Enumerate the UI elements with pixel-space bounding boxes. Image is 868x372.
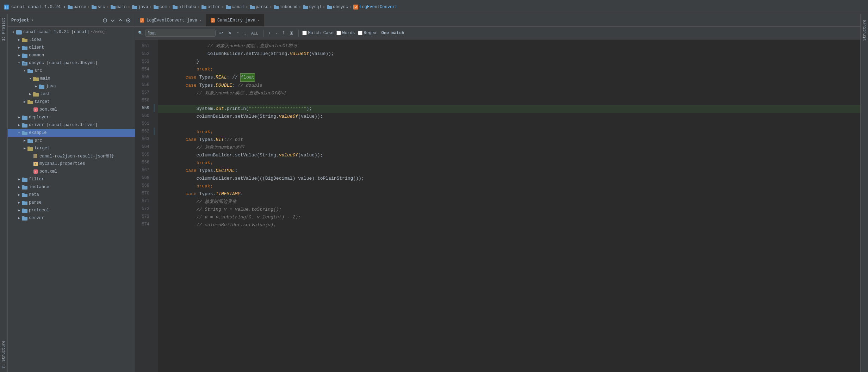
search-input[interactable] [148, 31, 190, 36]
tree-item-server[interactable]: ▶ server [8, 214, 135, 222]
tree-item-example[interactable]: ▾ example [8, 129, 135, 137]
search-add-btn[interactable]: + [267, 30, 273, 36]
code-gutter [153, 39, 158, 372]
code-line-557: // 对象为number类型，直接valueOf即可 [158, 89, 860, 97]
search-match-count: One match [382, 31, 404, 36]
code-line-565: columnBuilder.setValue(String.valueOf(va… [158, 151, 860, 159]
project-panel-header: Project ▾ [8, 14, 135, 27]
search-regex-filter-btn[interactable]: ⊺ [281, 30, 286, 36]
locate-file-btn[interactable] [102, 17, 108, 24]
line-num-573: 573 [135, 213, 153, 221]
gutter-552 [153, 50, 158, 58]
tree-item-example-pom[interactable]: m pom.xml [8, 168, 135, 175]
tree-label-example-file1: canal-row2json-result-json带转 [39, 153, 114, 159]
tree-item-common[interactable]: ▶ common [8, 51, 135, 59]
structure-tab-left[interactable]: 7: Structure [0, 337, 7, 372]
tree-label-example: example [29, 130, 46, 135]
tree-item-dbsync-src[interactable]: ▾ src [8, 67, 135, 75]
regex-checkbox[interactable] [358, 31, 362, 35]
tree-item-dbsync-target[interactable]: ▶ target [8, 98, 135, 106]
tree-item-deployer[interactable]: ▶ deployer [8, 113, 135, 121]
title-bar: IJ canal-canal-1.0.24 ▸ parse ▸ src ▸ ma… [0, 0, 868, 14]
expand-all-btn[interactable] [110, 17, 116, 24]
code-line-556: case Types.DOUBLE: // double [158, 82, 860, 89]
tree-label-filter: filter [29, 177, 44, 182]
svg-rect-9 [23, 63, 26, 64]
regex-option[interactable]: Regex [358, 31, 377, 36]
tab-logEventConvert-close[interactable]: ✕ [199, 18, 202, 23]
java-file-icon: J [353, 5, 358, 10]
gutter-574 [153, 221, 158, 228]
gutter-572 [153, 205, 158, 213]
tree-item-example-src[interactable]: ▶ src [8, 137, 135, 144]
tree-arrow-deployer: ▶ [16, 115, 22, 119]
tree-label-dbsync-java: java [46, 84, 56, 89]
search-all-btn[interactable]: ALL [250, 30, 260, 36]
search-filter-btn[interactable]: ⊞ [288, 30, 295, 36]
structure-tab-label[interactable]: Structure [861, 17, 868, 43]
search-clear-btn[interactable]: ✕ [227, 30, 233, 36]
project-tree: ▾ canal-canal-1.0.24 [canal] ~/MYSQL ▶ .… [8, 27, 135, 372]
gutter-560 [153, 112, 158, 120]
search-sub-btn[interactable]: - [274, 30, 279, 36]
tree-item-protocol[interactable]: ▶ protocol [8, 206, 135, 214]
tree-item-dbsync-pom[interactable]: m pom.xml [8, 106, 135, 113]
tab-canalEntry-close[interactable]: ✕ [258, 18, 260, 23]
collapse-all-btn[interactable] [117, 17, 124, 24]
tab-logEventConvert-label: LogEventConvert.java [147, 18, 197, 23]
words-checkbox[interactable] [336, 31, 341, 35]
code-editor: 551 552 553 554 555 556 557 558 559 560 … [135, 39, 860, 372]
tree-item-client[interactable]: ▶ client [8, 44, 135, 51]
line-num-553: 553 [135, 58, 153, 66]
code-line-551: // 对象为number类型，直接valueOf即可 [158, 42, 860, 50]
tree-item-idea[interactable]: ▶ .idea [8, 36, 135, 44]
tree-item-instance[interactable]: ▶ instance [8, 183, 135, 191]
tree-item-meta[interactable]: ▶ meta [8, 191, 135, 199]
gutter-551 [153, 42, 158, 50]
gutter-562 [154, 128, 155, 135]
tree-arrow-server: ▶ [16, 216, 22, 220]
tree-item-filter[interactable]: ▶ filter [8, 175, 135, 183]
tree-item-root[interactable]: ▾ canal-canal-1.0.24 [canal] ~/MYSQL [8, 28, 135, 36]
tree-item-example-prop[interactable]: P myCanal.properties [8, 160, 135, 168]
search-down-btn[interactable]: ↓ [243, 30, 248, 36]
project-tab[interactable]: 1: Project [0, 14, 7, 44]
search-prev-btn[interactable]: ↩ [218, 30, 224, 36]
gutter-571 [153, 197, 158, 205]
tree-label-example-src: src [35, 138, 42, 143]
svg-text:J: J [141, 19, 143, 22]
breadcrumb-parse[interactable]: parse [68, 5, 86, 10]
tree-item-dbsync[interactable]: ▾ dbsync [canal.parse.dbsync] [8, 59, 135, 67]
tab-canalEntry[interactable]: J CanalEntry.java ✕ [206, 14, 264, 26]
tree-item-example-file1[interactable]: canal-row2json-result-json带转 [8, 152, 135, 160]
line-num-572: 572 [135, 205, 153, 213]
code-line-570: case Types.TIMESTAMP: [158, 190, 860, 198]
gutter-558 [153, 97, 158, 104]
tree-item-driver[interactable]: ▶ driver [canal.parse.driver] [8, 121, 135, 129]
code-line-561 [158, 120, 860, 128]
match-case-option[interactable]: Match Case [302, 31, 334, 36]
tree-label-root: canal-canal-1.0.24 [canal] [23, 30, 89, 35]
words-option[interactable]: Words [336, 31, 355, 36]
tree-item-parse[interactable]: ▶ parse [8, 199, 135, 206]
search-separator-2 [298, 30, 299, 37]
search-icon: 🔍 [138, 31, 143, 35]
svg-point-5 [128, 20, 129, 21]
code-line-552: columnBuilder.setValue(String.valueOf(va… [158, 50, 860, 58]
tree-item-dbsync-test[interactable]: ▶ test [8, 90, 135, 98]
line-num-554: 554 [135, 66, 153, 73]
code-content[interactable]: // 对象为number类型，直接valueOf即可 columnBuilder… [158, 39, 860, 372]
code-line-567: case Types.DECIMAL: [158, 167, 860, 175]
tree-label-server: server [29, 216, 44, 221]
search-up-btn[interactable]: ↑ [235, 30, 241, 36]
tree-item-dbsync-main[interactable]: ▾ main [8, 75, 135, 82]
tree-item-dbsync-java[interactable]: ▶ java [8, 82, 135, 90]
project-panel: Project ▾ ▾ [8, 14, 135, 372]
tree-item-example-target[interactable]: ▶ target [8, 144, 135, 152]
app-title: IJ canal-canal-1.0.24 [4, 4, 61, 10]
tree-label-example-pom: pom.xml [39, 169, 57, 174]
match-case-checkbox[interactable] [302, 31, 307, 35]
tab-logEventConvert[interactable]: J LogEventConvert.java ✕ [135, 14, 206, 26]
settings-btn[interactable] [125, 17, 131, 24]
tree-arrow-driver: ▶ [16, 123, 22, 127]
